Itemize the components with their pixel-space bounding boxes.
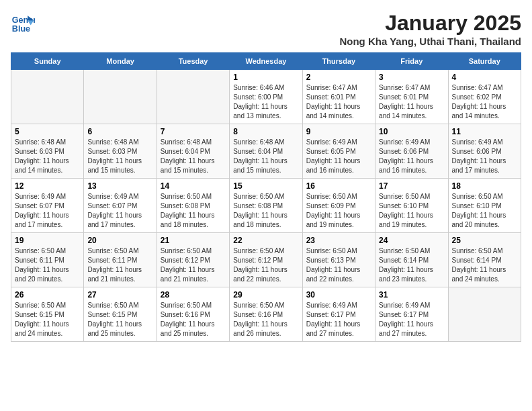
- calendar-cell: 29Sunrise: 6:50 AM Sunset: 6:16 PM Dayli…: [230, 287, 302, 342]
- day-number: 3: [379, 73, 444, 82]
- day-info: Sunrise: 6:50 AM Sunset: 6:14 PM Dayligh…: [379, 246, 444, 284]
- day-info: Sunrise: 6:48 AM Sunset: 6:03 PM Dayligh…: [87, 138, 152, 175]
- day-number: 10: [379, 127, 444, 136]
- calendar-title: January 2025: [339, 11, 521, 36]
- calendar-cell: 28Sunrise: 6:50 AM Sunset: 6:16 PM Dayli…: [157, 287, 229, 342]
- day-info: Sunrise: 6:46 AM Sunset: 6:00 PM Dayligh…: [233, 83, 298, 121]
- day-info: Sunrise: 6:50 AM Sunset: 6:12 PM Dayligh…: [161, 246, 226, 284]
- week-row-2: 5Sunrise: 6:48 AM Sunset: 6:03 PM Daylig…: [11, 124, 521, 179]
- calendar-cell: 13Sunrise: 6:49 AM Sunset: 6:07 PM Dayli…: [84, 179, 157, 233]
- day-number: 28: [161, 290, 226, 300]
- day-info: Sunrise: 6:49 AM Sunset: 6:06 PM Dayligh…: [452, 138, 517, 175]
- day-info: Sunrise: 6:48 AM Sunset: 6:04 PM Dayligh…: [233, 138, 298, 175]
- day-number: 23: [306, 236, 371, 245]
- calendar-cell: 21Sunrise: 6:50 AM Sunset: 6:12 PM Dayli…: [157, 233, 229, 287]
- day-info: Sunrise: 6:50 AM Sunset: 6:11 PM Dayligh…: [87, 246, 152, 284]
- day-info: Sunrise: 6:50 AM Sunset: 6:15 PM Dayligh…: [15, 301, 80, 338]
- day-info: Sunrise: 6:48 AM Sunset: 6:04 PM Dayligh…: [161, 138, 226, 175]
- day-info: Sunrise: 6:49 AM Sunset: 6:07 PM Dayligh…: [87, 192, 152, 230]
- calendar-cell: [84, 70, 157, 124]
- logo: General Blue: [11, 11, 35, 35]
- calendar-cell: 24Sunrise: 6:50 AM Sunset: 6:14 PM Dayli…: [375, 233, 448, 287]
- calendar-cell: 7Sunrise: 6:48 AM Sunset: 6:04 PM Daylig…: [157, 124, 229, 179]
- calendar-cell: 9Sunrise: 6:49 AM Sunset: 6:05 PM Daylig…: [302, 124, 375, 179]
- day-number: 7: [161, 127, 226, 136]
- day-info: Sunrise: 6:49 AM Sunset: 6:17 PM Dayligh…: [379, 301, 444, 338]
- day-number: 21: [161, 236, 226, 245]
- day-number: 20: [87, 236, 152, 245]
- calendar-cell: 30Sunrise: 6:49 AM Sunset: 6:17 PM Dayli…: [302, 287, 375, 342]
- day-number: 24: [379, 236, 444, 245]
- calendar-cell: 18Sunrise: 6:50 AM Sunset: 6:10 PM Dayli…: [448, 179, 521, 233]
- day-number: 16: [306, 181, 371, 191]
- day-info: Sunrise: 6:47 AM Sunset: 6:01 PM Dayligh…: [306, 83, 371, 121]
- calendar-cell: 11Sunrise: 6:49 AM Sunset: 6:06 PM Dayli…: [448, 124, 521, 179]
- day-info: Sunrise: 6:49 AM Sunset: 6:06 PM Dayligh…: [379, 138, 444, 175]
- day-number: 22: [233, 236, 298, 245]
- calendar-subtitle: Nong Kha Yang, Uthai Thani, Thailand: [339, 36, 521, 47]
- calendar-cell: 26Sunrise: 6:50 AM Sunset: 6:15 PM Dayli…: [11, 287, 84, 342]
- calendar-cell: 15Sunrise: 6:50 AM Sunset: 6:08 PM Dayli…: [230, 179, 302, 233]
- day-number: 9: [306, 127, 371, 136]
- week-row-1: 1Sunrise: 6:46 AM Sunset: 6:00 PM Daylig…: [11, 70, 521, 124]
- day-info: Sunrise: 6:50 AM Sunset: 6:13 PM Dayligh…: [306, 246, 371, 284]
- day-number: 6: [87, 127, 152, 136]
- weekday-header-wednesday: Wednesday: [230, 53, 302, 70]
- calendar-cell: 19Sunrise: 6:50 AM Sunset: 6:11 PM Dayli…: [11, 233, 84, 287]
- day-number: 19: [15, 236, 80, 245]
- day-number: 5: [15, 127, 80, 136]
- calendar-cell: 5Sunrise: 6:48 AM Sunset: 6:03 PM Daylig…: [11, 124, 84, 179]
- weekday-header-tuesday: Tuesday: [157, 53, 229, 70]
- day-info: Sunrise: 6:50 AM Sunset: 6:12 PM Dayligh…: [233, 246, 298, 284]
- day-info: Sunrise: 6:50 AM Sunset: 6:16 PM Dayligh…: [233, 301, 298, 338]
- calendar-cell: 16Sunrise: 6:50 AM Sunset: 6:09 PM Dayli…: [302, 179, 375, 233]
- day-info: Sunrise: 6:49 AM Sunset: 6:05 PM Dayligh…: [306, 138, 371, 175]
- week-row-4: 19Sunrise: 6:50 AM Sunset: 6:11 PM Dayli…: [11, 233, 521, 287]
- day-number: 26: [15, 290, 80, 300]
- page-header: General Blue January 2025 Nong Kha Yang,…: [11, 11, 521, 47]
- day-info: Sunrise: 6:50 AM Sunset: 6:14 PM Dayligh…: [452, 246, 517, 284]
- weekday-header-thursday: Thursday: [302, 53, 375, 70]
- day-info: Sunrise: 6:50 AM Sunset: 6:11 PM Dayligh…: [15, 246, 80, 284]
- calendar-cell: 17Sunrise: 6:50 AM Sunset: 6:10 PM Dayli…: [375, 179, 448, 233]
- day-number: 18: [452, 181, 517, 191]
- weekday-header-sunday: Sunday: [11, 53, 84, 70]
- calendar-cell: 4Sunrise: 6:47 AM Sunset: 6:02 PM Daylig…: [448, 70, 521, 124]
- calendar-cell: [157, 70, 229, 124]
- day-info: Sunrise: 6:49 AM Sunset: 6:17 PM Dayligh…: [306, 301, 371, 338]
- calendar-cell: 23Sunrise: 6:50 AM Sunset: 6:13 PM Dayli…: [302, 233, 375, 287]
- day-info: Sunrise: 6:50 AM Sunset: 6:08 PM Dayligh…: [233, 192, 298, 230]
- day-number: 8: [233, 127, 298, 136]
- svg-text:Blue: Blue: [12, 24, 30, 34]
- day-number: 31: [379, 290, 444, 300]
- calendar-cell: 22Sunrise: 6:50 AM Sunset: 6:12 PM Dayli…: [230, 233, 302, 287]
- day-number: 30: [306, 290, 371, 300]
- day-info: Sunrise: 6:47 AM Sunset: 6:02 PM Dayligh…: [452, 83, 517, 121]
- day-number: 12: [15, 181, 80, 191]
- day-number: 25: [452, 236, 517, 245]
- calendar-cell: 20Sunrise: 6:50 AM Sunset: 6:11 PM Dayli…: [84, 233, 157, 287]
- calendar-table: SundayMondayTuesdayWednesdayThursdayFrid…: [11, 52, 521, 342]
- weekday-header-monday: Monday: [84, 53, 157, 70]
- weekday-header-row: SundayMondayTuesdayWednesdayThursdayFrid…: [11, 53, 521, 70]
- calendar-cell: 6Sunrise: 6:48 AM Sunset: 6:03 PM Daylig…: [84, 124, 157, 179]
- day-number: 14: [161, 181, 226, 191]
- day-number: 1: [233, 73, 298, 82]
- calendar-cell: 31Sunrise: 6:49 AM Sunset: 6:17 PM Dayli…: [375, 287, 448, 342]
- calendar-cell: 27Sunrise: 6:50 AM Sunset: 6:15 PM Dayli…: [84, 287, 157, 342]
- weekday-header-saturday: Saturday: [448, 53, 521, 70]
- day-info: Sunrise: 6:50 AM Sunset: 6:16 PM Dayligh…: [161, 301, 226, 338]
- day-number: 11: [452, 127, 517, 136]
- title-block: January 2025 Nong Kha Yang, Uthai Thani,…: [339, 11, 521, 47]
- day-number: 17: [379, 181, 444, 191]
- day-info: Sunrise: 6:49 AM Sunset: 6:07 PM Dayligh…: [15, 192, 80, 230]
- calendar-cell: 1Sunrise: 6:46 AM Sunset: 6:00 PM Daylig…: [230, 70, 302, 124]
- day-info: Sunrise: 6:50 AM Sunset: 6:09 PM Dayligh…: [306, 192, 371, 230]
- week-row-3: 12Sunrise: 6:49 AM Sunset: 6:07 PM Dayli…: [11, 179, 521, 233]
- day-number: 29: [233, 290, 298, 300]
- weekday-header-friday: Friday: [375, 53, 448, 70]
- day-number: 2: [306, 73, 371, 82]
- day-number: 15: [233, 181, 298, 191]
- calendar-cell: 14Sunrise: 6:50 AM Sunset: 6:08 PM Dayli…: [157, 179, 229, 233]
- day-number: 27: [87, 290, 152, 300]
